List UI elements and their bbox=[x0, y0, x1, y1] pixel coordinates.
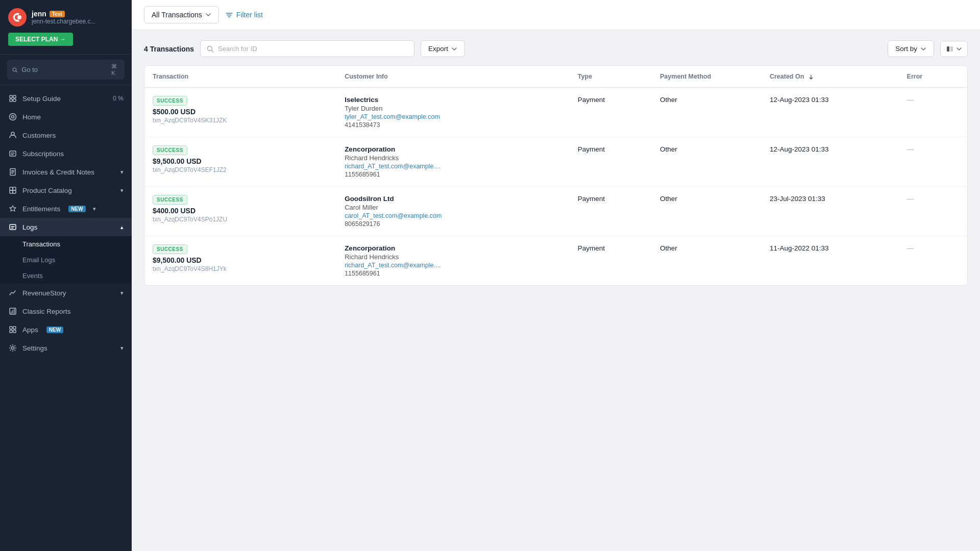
chevron-down-icon: ▾ bbox=[120, 169, 124, 176]
subscriptions-icon bbox=[8, 149, 17, 158]
sort-by-button[interactable]: Sort by bbox=[888, 40, 934, 57]
sub-nav-label: Email Logs bbox=[22, 256, 55, 264]
error-value: — bbox=[907, 96, 914, 104]
cell-type: Payment bbox=[570, 236, 652, 286]
invoices-icon bbox=[8, 167, 17, 177]
sidebar-item-label: RevenueStory bbox=[22, 289, 66, 297]
cell-error: — bbox=[899, 187, 967, 236]
select-plan-button[interactable]: SELECT PLAN → bbox=[8, 33, 73, 46]
sidebar-item-email-logs[interactable]: Email Logs bbox=[0, 252, 132, 268]
cell-error: — bbox=[899, 137, 967, 187]
sidebar-item-label: Settings bbox=[22, 344, 47, 352]
cell-created-on: 12-Aug-2023 01:33 bbox=[762, 88, 899, 137]
sidebar-item-settings[interactable]: Settings ▾ bbox=[0, 339, 132, 357]
svg-rect-7 bbox=[13, 99, 16, 102]
export-label: Export bbox=[428, 45, 448, 53]
chevron-up-icon: ▴ bbox=[120, 224, 124, 231]
export-button[interactable]: Export bbox=[421, 40, 465, 57]
sidebar-item-apps[interactable]: Apps NEW bbox=[0, 320, 132, 339]
sidebar-item-subscriptions[interactable]: Subscriptions bbox=[0, 144, 132, 163]
username-label: jenn bbox=[32, 10, 46, 18]
customer-email: richard_AT_test.com@example.... bbox=[345, 163, 561, 170]
settings-icon bbox=[8, 343, 17, 353]
chevron-down-icon: ▾ bbox=[120, 345, 124, 352]
table-row[interactable]: SUCCESS $500.00 USD txn_AzqDC9ToV4SK31JZ… bbox=[144, 88, 967, 137]
search-box[interactable] bbox=[200, 40, 414, 57]
table-row[interactable]: SUCCESS $400.00 USD txn_AzqDC9ToV4SPo1JZ… bbox=[144, 187, 967, 236]
sidebar-item-home[interactable]: Home bbox=[0, 108, 132, 126]
sidebar-search-wrap[interactable]: ⌘ K bbox=[7, 60, 125, 80]
col-header-type: Type bbox=[570, 66, 652, 88]
apps-icon bbox=[8, 325, 17, 334]
sidebar-item-events[interactable]: Events bbox=[0, 268, 132, 284]
sub-nav-label: Transactions bbox=[22, 240, 60, 248]
svg-rect-29 bbox=[10, 327, 12, 329]
txn-id: txn_AzqDC9ToV4SEF1JZ2 bbox=[153, 166, 328, 173]
chevron-down-icon bbox=[920, 46, 926, 52]
sidebar-item-label: Invoices & Credit Notes bbox=[22, 168, 94, 176]
sidebar-item-logs[interactable]: Logs ▴ bbox=[0, 218, 132, 236]
keyboard-shortcut: ⌘ K bbox=[111, 63, 119, 76]
cell-customer-info: Goodsilron Ltd Carol Miller carol_AT_tes… bbox=[336, 187, 570, 236]
cell-transaction: SUCCESS $9,500.00 USD txn_AzqDC9ToV4SEF1… bbox=[144, 137, 336, 187]
cell-customer-info: Zencorporation Richard Hendricks richard… bbox=[336, 137, 570, 187]
customer-email: carol_AT_test.com@example.com bbox=[345, 212, 561, 219]
customer-phone: 4141538473 bbox=[345, 121, 561, 129]
error-value: — bbox=[907, 195, 914, 203]
user-details: jenn Test jenn-test.chargebee.c... bbox=[32, 10, 124, 25]
svg-rect-4 bbox=[10, 95, 12, 98]
transactions-table: Transaction Customer Info Type Payment M… bbox=[144, 65, 968, 286]
sidebar-item-label: Logs bbox=[22, 223, 37, 231]
col-header-transaction: Transaction bbox=[144, 66, 336, 88]
svg-line-3 bbox=[16, 70, 17, 72]
sidebar-item-setup-guide[interactable]: Setup Guide 0 % bbox=[0, 89, 132, 108]
classic-reports-icon bbox=[8, 307, 17, 316]
status-badge: SUCCESS bbox=[153, 244, 187, 254]
sidebar-item-classic-reports[interactable]: Classic Reports bbox=[0, 302, 132, 320]
svg-rect-6 bbox=[10, 99, 12, 102]
search-input[interactable] bbox=[218, 45, 408, 53]
content-area: 4 Transactions Export Sort by bbox=[132, 30, 980, 551]
test-badge: Test bbox=[50, 11, 65, 17]
sidebar-search: ⌘ K bbox=[0, 55, 132, 85]
txn-id: txn_AzqDC9ToV4SPo1JZU bbox=[153, 216, 328, 223]
all-transactions-button[interactable]: All Transactions bbox=[144, 6, 219, 23]
nav-section: Setup Guide 0 % Home Customers Subscript… bbox=[0, 85, 132, 361]
customer-name: Richard Hendricks bbox=[345, 154, 561, 162]
sidebar-item-label: Product Catalog bbox=[22, 187, 72, 194]
sidebar-item-label: Home bbox=[22, 113, 41, 121]
cell-payment-method: Other bbox=[652, 88, 762, 137]
sidebar-search-input[interactable] bbox=[21, 66, 107, 73]
filter-list-button[interactable]: Filter list bbox=[225, 11, 263, 19]
cell-error: — bbox=[899, 88, 967, 137]
revenue-story-icon bbox=[8, 288, 17, 297]
sidebar-item-label: Entitlements bbox=[22, 205, 60, 213]
sidebar-item-customers[interactable]: Customers bbox=[0, 126, 132, 144]
top-bar: All Transactions Filter list bbox=[132, 0, 980, 30]
sidebar-item-entitlements[interactable]: Entitlements NEW ▾ bbox=[0, 199, 132, 218]
sidebar-header: jenn Test jenn-test.chargebee.c... SELEC… bbox=[0, 0, 132, 55]
sidebar-item-product-catalog[interactable]: Product Catalog ▾ bbox=[0, 181, 132, 199]
txn-amount: $500.00 USD bbox=[153, 108, 195, 116]
customer-company: Goodsilron Ltd bbox=[345, 195, 561, 203]
col-header-created-on[interactable]: Created On bbox=[762, 66, 899, 88]
svg-rect-30 bbox=[13, 327, 16, 329]
chevron-down-icon: ▾ bbox=[93, 206, 96, 212]
search-icon bbox=[207, 45, 214, 53]
txn-amount: $400.00 USD bbox=[153, 207, 195, 215]
table-row[interactable]: SUCCESS $9,500.00 USD txn_AzqDC9ToV4SEF1… bbox=[144, 137, 967, 187]
sub-nav-label: Events bbox=[22, 272, 43, 280]
table-row[interactable]: SUCCESS $9,500.00 USD txn_AzqDC9ToV4S8H1… bbox=[144, 236, 967, 286]
sidebar-item-revenue-story[interactable]: RevenueStory ▾ bbox=[0, 284, 132, 302]
view-toggle-button[interactable] bbox=[940, 41, 968, 57]
svg-rect-40 bbox=[950, 46, 953, 52]
svg-rect-39 bbox=[947, 46, 949, 52]
content-toolbar: 4 Transactions Export Sort by bbox=[144, 40, 968, 57]
sidebar-item-transactions[interactable]: Transactions bbox=[0, 236, 132, 252]
txn-amount: $9,500.00 USD bbox=[153, 256, 202, 264]
sidebar-item-invoices-credit-notes[interactable]: Invoices & Credit Notes ▾ bbox=[0, 163, 132, 181]
filter-icon bbox=[225, 11, 233, 19]
customers-icon bbox=[8, 131, 17, 140]
col-header-customer-info: Customer Info bbox=[336, 66, 570, 88]
product-catalog-icon bbox=[8, 186, 17, 195]
